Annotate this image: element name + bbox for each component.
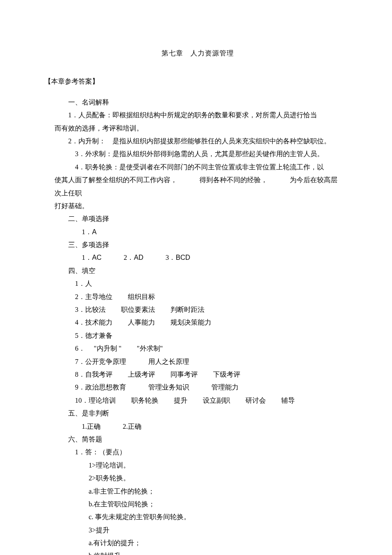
s3-a1-val: AC — [92, 254, 101, 261]
s4-i6c: "外求制" — [137, 345, 163, 352]
s1-item4-line2b: 得到各种不同的经验， — [199, 176, 268, 183]
s4-i3: 3．比较法 职位要素法 判断时距法 — [55, 303, 341, 316]
s4-i8c: 同事考评 — [170, 371, 198, 378]
s3-a3-val: BCD — [176, 254, 190, 261]
chapter-title: 第七章 人力资源管理 — [55, 47, 341, 60]
s3-a1-num: 1． — [82, 254, 92, 261]
s4-i2a: 2．主导地位 — [75, 293, 112, 300]
s6-q1: 1．答：（要点） — [55, 446, 341, 459]
s4-i3c: 判断时距法 — [170, 306, 205, 313]
s6-q1-1: 1>理论培训。 — [55, 459, 341, 472]
s4-i10f: 辅导 — [281, 397, 295, 404]
s4-i4c: 规划决策能力 — [170, 319, 211, 326]
s1-item4-line2: 使其人面了解整全组织的不同工作内容， 得到各种不同的经验， 为今后在较高层次上任… — [55, 174, 341, 200]
s4-i10: 10．理论培训 职务轮换 提升 设立副职 研讨会 辅导 — [55, 394, 341, 407]
s3-a2-num: 2． — [124, 254, 134, 261]
s4-i5: 5．德才兼备 — [55, 329, 341, 342]
s4-i8a: 8．自我考评 — [75, 371, 112, 378]
s4-i10b: 职务轮换 — [131, 397, 159, 404]
s5-answers: 1.正确 2.正确 — [55, 420, 341, 433]
s6-q1-3a: a.有计划的提升； — [55, 537, 341, 549]
s1-item4-line1: 4．职务轮换：是使受训者在不同部门的不同主管位置或非主管位置上轮流工作，以 — [55, 161, 341, 174]
s3-a2-val: AD — [134, 254, 143, 261]
s5-a1: 1.正确 — [82, 423, 101, 430]
s1-item4-line3: 打好基础。 — [55, 200, 341, 212]
s3-answers: 1．AC 2．AD 3．BCD — [55, 251, 341, 264]
s4-i9a: 9．政治思想教育 — [75, 384, 126, 391]
s4-i9b: 管理业务知识 — [148, 384, 189, 391]
s4-i6b: "内升制 " — [94, 345, 121, 352]
s1-item1-line1: 1．人员配备：即根据组织结构中所规定的职务的数量和要求，对所需人员进行恰当 — [55, 109, 341, 122]
s4-i10e: 研讨会 — [245, 397, 266, 404]
s4-i4: 4．技术能力 人事能力 规划决策能力 — [55, 316, 341, 329]
s6-q1-2a: a.非主管工作的轮换； — [55, 485, 341, 498]
s4-i2b: 组织目标 — [128, 293, 155, 300]
s4-i10d: 设立副职 — [203, 397, 230, 404]
s6-q1-3: 3>提升 — [55, 524, 341, 537]
s4-i3a: 3．比较法 — [75, 306, 106, 313]
s4-i9c: 管理能力 — [211, 384, 239, 391]
s4-i6a: 6． — [75, 345, 85, 352]
s2-a1-num: 1． — [82, 228, 92, 235]
s6-q1-3b: b.临时提升。 — [55, 549, 341, 555]
section-1-heading: 一、名词解释 — [55, 96, 341, 109]
s4-i7a: 7．公开竞争原理 — [75, 358, 126, 365]
s4-i7b: 用人之长原理 — [148, 358, 189, 365]
section-4-heading: 四、填空 — [55, 264, 341, 277]
s4-i7: 7．公开竞争原理 用人之长原理 — [55, 355, 341, 368]
s1-item4-line2a: 使其人面了解整全组织的不同工作内容， — [55, 176, 177, 183]
s6-q1-2c: c. 事先未规定的主管职务间轮换。 — [55, 511, 341, 523]
s3-a3-num: 3． — [165, 254, 176, 261]
s4-i8: 8．自我考评 上级考评 同事考评 下级考评 — [55, 368, 341, 381]
s5-a2: 2.正确 — [123, 423, 141, 430]
s4-i6: 6． "内升制 " "外求制" — [55, 342, 341, 355]
s4-i10a: 10．理论培训 — [75, 397, 116, 404]
s4-i10c: 提升 — [174, 397, 187, 404]
s4-i1: 1．人 — [55, 277, 341, 290]
s6-q1-2: 2>职务轮换。 — [55, 472, 341, 485]
s2-a1-val: A — [92, 228, 97, 235]
s4-i2: 2．主导地位 组织目标 — [55, 291, 341, 303]
s1-item1-line2: 而有效的选择，考评和培训。 — [55, 122, 341, 135]
s6-q1-2b: b.在主管职位间轮换； — [55, 498, 341, 511]
s4-i3b: 职位要素法 — [121, 306, 155, 313]
s4-i4a: 4．技术能力 — [75, 319, 112, 326]
s4-i4b: 人事能力 — [128, 319, 155, 326]
section-6-heading: 六、简答题 — [55, 433, 341, 446]
s2-answer-1: 1．A — [55, 226, 341, 238]
s1-item3: 3．外求制：是指从组织外部得到急需的人员，尤其是那些起关键作用的主管人员。 — [55, 148, 341, 160]
s4-i9: 9．政治思想教育 管理业务知识 管理能力 — [55, 381, 341, 394]
section-2-heading: 二、单项选择 — [55, 212, 341, 225]
s4-i8b: 上级考评 — [128, 371, 155, 378]
section-5-heading: 五、是非判断 — [55, 407, 341, 420]
answers-header: 【本章参考答案】 — [44, 75, 341, 88]
s4-i8d: 下级考评 — [213, 371, 240, 378]
section-3-heading: 三、多项选择 — [55, 238, 341, 251]
s1-item2: 2．内升制： 是指从组织内部提拔那些能够胜任的人员来充实组织中的各种空缺职位。 — [55, 135, 341, 148]
